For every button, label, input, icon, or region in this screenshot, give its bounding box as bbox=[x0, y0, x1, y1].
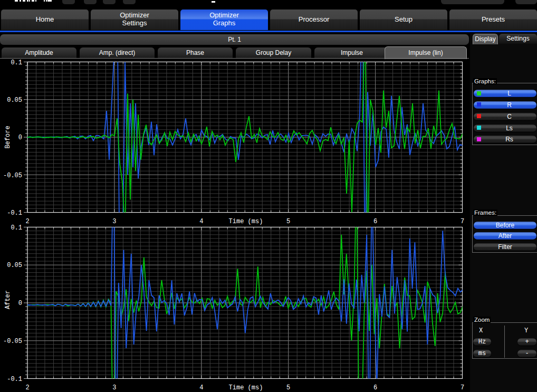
svg-text:2: 2 bbox=[25, 384, 29, 391]
svg-text:0.05: 0.05 bbox=[7, 97, 22, 104]
svg-text:Time (ms): Time (ms) bbox=[229, 384, 263, 391]
svg-text:6: 6 bbox=[373, 384, 377, 391]
svg-text:-0.05: -0.05 bbox=[3, 172, 22, 179]
svg-text:3: 3 bbox=[112, 384, 116, 391]
svg-text:2: 2 bbox=[25, 218, 29, 225]
svg-text:Before: Before bbox=[4, 126, 12, 148]
svg-text:4: 4 bbox=[199, 218, 203, 225]
svg-text:7: 7 bbox=[461, 384, 464, 391]
svg-text:0.1: 0.1 bbox=[11, 224, 22, 232]
svg-text:7: 7 bbox=[461, 218, 464, 225]
svg-text:0.1: 0.1 bbox=[11, 59, 22, 66]
svg-text:5: 5 bbox=[286, 218, 290, 225]
svg-text:0.05: 0.05 bbox=[7, 262, 22, 269]
svg-text:-0.1: -0.1 bbox=[7, 209, 22, 217]
svg-text:0: 0 bbox=[18, 134, 22, 141]
svg-text:0: 0 bbox=[18, 300, 22, 307]
svg-text:6: 6 bbox=[373, 218, 377, 225]
svg-text:3: 3 bbox=[112, 218, 116, 225]
svg-text:-0.1: -0.1 bbox=[7, 376, 22, 383]
svg-text:5: 5 bbox=[286, 384, 290, 391]
svg-text:-0.05: -0.05 bbox=[3, 338, 22, 345]
svg-text:After: After bbox=[4, 290, 12, 309]
svg-text:4: 4 bbox=[199, 384, 203, 391]
svg-text:Time (ms): Time (ms) bbox=[229, 218, 263, 225]
